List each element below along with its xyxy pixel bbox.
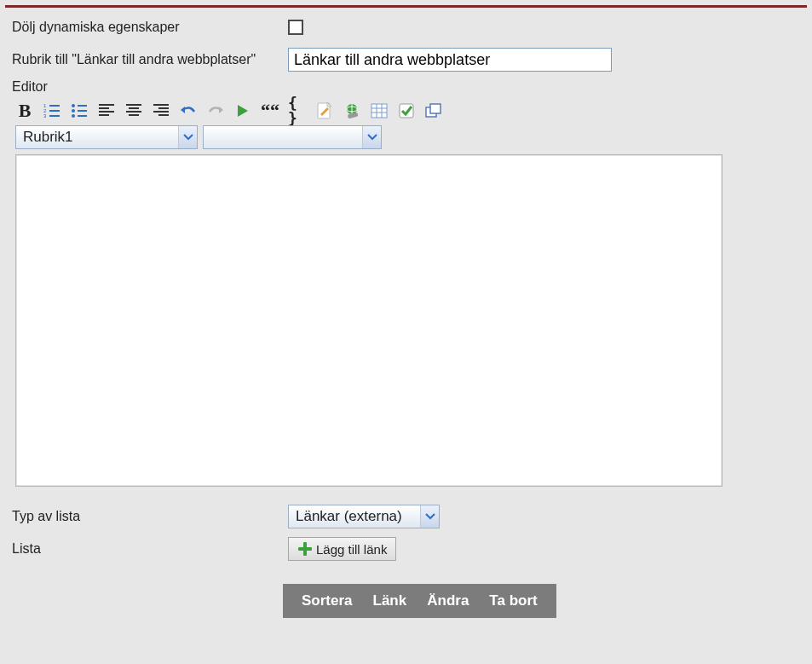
svg-point-7 [72,109,75,113]
form-panel: Dölj dynamiska egenskaper Rubrik till "L… [5,5,807,625]
chevron-down-icon [178,126,197,148]
chevron-down-icon [362,126,381,148]
row-hide-dynamic: Dölj dynamiska egenskaper [12,14,800,40]
svg-rect-38 [298,547,312,551]
play-icon[interactable] [233,101,252,120]
align-right-icon[interactable] [152,101,170,120]
editor-label: Editor [12,79,800,95]
row-heading: Rubrik till "Länkar till andra webbplats… [12,47,800,72]
style-select[interactable] [203,125,382,149]
action-bar: Sortera Länk Ändra Ta bort [283,584,556,618]
hide-dynamic-checkbox[interactable] [288,20,303,35]
edit-action[interactable]: Ändra [427,592,469,609]
list-type-label: Typ av lista [12,509,283,524]
list-label: Lista [12,541,283,557]
editor-toolbar: B 123 ““ { } [12,98,800,125]
svg-point-8 [72,114,75,118]
hide-dynamic-label: Dölj dynamiska egenskaper [12,20,283,35]
align-center-icon[interactable] [124,101,143,120]
list-type-select[interactable]: Länkar (externa) [288,505,440,528]
svg-rect-36 [430,104,441,113]
editor-textarea[interactable] [15,154,723,487]
sort-action[interactable]: Sortera [302,592,353,609]
heading-select-value: Rubrik1 [23,129,73,146]
redo-icon[interactable] [206,101,225,120]
code-icon[interactable]: { } [288,101,307,120]
plus-icon [297,541,313,557]
align-left-icon[interactable] [97,101,116,120]
heading-input[interactable] [288,48,612,72]
heading-select[interactable]: Rubrik1 [15,125,198,149]
link-action[interactable]: Länk [373,592,407,609]
delete-action[interactable]: Ta bort [489,592,537,609]
list-type-value: Länkar (externa) [296,508,402,525]
add-link-label: Lägg till länk [316,542,387,557]
row-list: Lista Lägg till länk [12,536,800,562]
heading-label: Rubrik till "Länkar till andra webbplats… [12,52,283,67]
undo-icon[interactable] [179,101,198,120]
svg-point-6 [72,104,75,107]
bullet-list-icon[interactable] [70,101,89,120]
svg-rect-29 [371,104,387,118]
row-list-type: Typ av lista Länkar (externa) [12,504,800,529]
link-globe-icon[interactable] [343,101,361,120]
svg-text:3: 3 [43,113,47,118]
bold-icon[interactable]: B [15,101,34,120]
editor-selects: Rubrik1 [12,125,800,154]
blockquote-icon[interactable]: ““ [261,101,279,120]
add-link-button[interactable]: Lägg till länk [288,537,396,561]
svg-rect-34 [400,104,413,118]
chevron-down-icon [420,505,439,528]
page-edit-icon[interactable] [315,101,334,120]
numbered-list-icon[interactable]: 123 [43,101,61,120]
table-icon[interactable] [370,101,389,120]
checkbox-icon[interactable] [397,101,416,120]
windows-icon[interactable] [424,101,443,120]
